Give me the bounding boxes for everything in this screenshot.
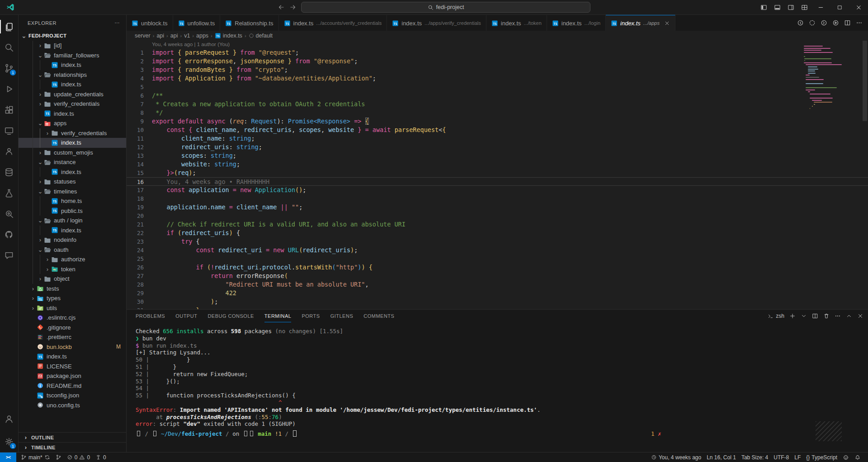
go-forward-arrow-icon[interactable] bbox=[289, 4, 297, 11]
code-line-10[interactable]: 10 const { client_name, redirect_uris, s… bbox=[127, 126, 868, 134]
codelens-blame[interactable]: You, 4 weeks ago | 1 author (You) bbox=[127, 41, 868, 48]
code-line-7[interactable]: 7 * Creates a new application to obtain … bbox=[127, 100, 868, 108]
code-line-24[interactable]: 24 const redirect_uri = new URL(redirect… bbox=[127, 246, 868, 255]
gitlens-compare-button[interactable] bbox=[809, 19, 816, 26]
tree-file-index.ts[interactable]: TSindex.ts bbox=[19, 352, 126, 362]
tab-index-ts-apps-verify_credentials[interactable]: TSindex.ts.../apps/verify_credentials bbox=[387, 15, 486, 31]
maximize-button[interactable] bbox=[830, 0, 849, 15]
new-terminal-button[interactable] bbox=[789, 313, 796, 319]
open-changes-forward-button[interactable] bbox=[821, 19, 827, 26]
notifications-bell-icon[interactable] bbox=[852, 453, 863, 462]
timeline-section[interactable]: › TIMELINE bbox=[19, 442, 126, 452]
tree-folder-object[interactable]: ›object bbox=[19, 274, 126, 284]
tree-folder-timelines[interactable]: ⌄timelines bbox=[19, 187, 126, 197]
panel-tab-problems[interactable]: PROBLEMS bbox=[136, 310, 165, 322]
activity-gitlens[interactable] bbox=[0, 203, 18, 224]
blame-status-item[interactable]: You, 4 weeks ago bbox=[648, 453, 704, 462]
go-back-arrow-icon[interactable] bbox=[278, 4, 285, 11]
code-line-3[interactable]: 3import { randomBytes } from "crypto"; bbox=[127, 66, 868, 74]
tree-folder-token[interactable]: ›token bbox=[19, 264, 126, 274]
tree-file-index.ts[interactable]: TSindex.ts bbox=[19, 226, 126, 236]
tree-folder-apps[interactable]: ⌄apps bbox=[19, 118, 126, 128]
activity-database[interactable] bbox=[0, 162, 18, 183]
tree-folder-relationships[interactable]: ⌄relationships bbox=[19, 70, 126, 80]
ports-item[interactable]: 0 bbox=[93, 453, 109, 462]
terminal[interactable]: Checked 656 installs across 598 packages… bbox=[127, 322, 868, 452]
code-line-26[interactable]: 26 if (!redirect_uri.protocol.startsWith… bbox=[127, 263, 868, 272]
toggle-panel-icon[interactable] bbox=[770, 0, 784, 15]
code-line-15[interactable]: 15 }>(req); bbox=[127, 169, 868, 177]
code-line-19[interactable]: 19 application.name = client_name || ""; bbox=[127, 203, 868, 212]
code-line-1[interactable]: 1import { parseRequest } from "@request"… bbox=[127, 48, 868, 57]
kill-terminal-button[interactable] bbox=[823, 313, 830, 319]
code-line-14[interactable]: 14 website: string; bbox=[127, 160, 868, 169]
code-line-28[interactable]: 28 "Redirect URI must be an absolute URI… bbox=[127, 280, 868, 289]
close-panel-button[interactable] bbox=[857, 313, 863, 319]
activity-testing[interactable] bbox=[0, 183, 18, 203]
tree-file-package.json[interactable]: package.json bbox=[19, 371, 126, 381]
breadcrumb-item[interactable]: server bbox=[135, 33, 151, 39]
launch-profile-button[interactable] bbox=[801, 313, 807, 319]
more-actions-button[interactable] bbox=[835, 313, 841, 319]
breadcrumb[interactable]: server›api›api›v1›apps›TSindex.ts›defaul… bbox=[127, 31, 868, 41]
minimize-button[interactable] bbox=[811, 0, 830, 15]
breadcrumb-item[interactable]: apps bbox=[196, 33, 208, 39]
tree-file-tsconfig.json[interactable]: TStsconfig.json bbox=[19, 391, 126, 401]
tree-file-index.ts[interactable]: TSindex.ts bbox=[19, 109, 126, 119]
code-line-16[interactable]: 16 You, 4 weeks ago • RAHHHHHHH bbox=[127, 177, 868, 186]
tree-file-index.ts[interactable]: TSindex.ts bbox=[19, 80, 126, 90]
code-line-23[interactable]: 23 try { bbox=[127, 237, 868, 246]
tree-folder-statuses[interactable]: ›statuses bbox=[19, 177, 126, 187]
code-line-2[interactable]: 2import { errorResponse, jsonResponse } … bbox=[127, 57, 868, 66]
language-item[interactable]: {} TypeScript bbox=[803, 453, 840, 462]
problems-item[interactable]: 0 0 bbox=[64, 453, 93, 462]
customize-layout-icon[interactable] bbox=[797, 0, 811, 15]
activity-remote-explorer[interactable] bbox=[0, 120, 18, 141]
maximize-panel-button[interactable] bbox=[846, 313, 852, 319]
tree-folder-custom-emojis[interactable]: ›custom_emojis bbox=[19, 148, 126, 158]
code-line-18[interactable]: 18 bbox=[127, 194, 868, 203]
tree-file-index.ts[interactable]: TSindex.ts bbox=[19, 167, 126, 177]
sidebar-more-icon[interactable]: ⋯ bbox=[115, 20, 120, 26]
tree-file-.prettierrc[interactable]: .prettierrc bbox=[19, 332, 126, 342]
activity-source-control[interactable]: 1 bbox=[0, 58, 18, 79]
code-line-31[interactable]: 31 } bbox=[127, 306, 868, 309]
editor-scrollbar[interactable] bbox=[863, 41, 867, 121]
tree-folder-instance[interactable]: ⌄instance bbox=[19, 157, 126, 167]
tree-file-readme.md[interactable]: README.md bbox=[19, 381, 126, 391]
project-root-row[interactable]: ⌄ FEDI-PROJECT bbox=[19, 31, 126, 41]
code-line-27[interactable]: 27 return errorResponse( bbox=[127, 272, 868, 280]
tree-file-license[interactable]: LICENSE bbox=[19, 362, 126, 372]
tree-folder-verify-credentials[interactable]: ›verify_credentials bbox=[19, 128, 126, 138]
code-line-9[interactable]: 9export default async (req: Request): Pr… bbox=[127, 117, 868, 126]
tree-file-public.ts[interactable]: TSpublic.ts bbox=[19, 206, 126, 216]
code-line-6[interactable]: 6/** bbox=[127, 91, 868, 100]
code-line-20[interactable]: 20 bbox=[127, 212, 868, 220]
tree-folder-nodeinfo[interactable]: ›nodeinfo bbox=[19, 235, 126, 245]
panel-tab-comments[interactable]: COMMENTS bbox=[363, 310, 394, 322]
code-line-21[interactable]: 21 // Check if redirect URI is a valid U… bbox=[127, 220, 868, 229]
activity-run-debug[interactable] bbox=[0, 79, 18, 99]
activity-extensions[interactable] bbox=[0, 99, 18, 120]
terminal-prompt-line[interactable]: / ~/Dev/fedi-project / on main !1 /1 ✗ bbox=[136, 430, 868, 438]
tree-file-uno.config.ts[interactable]: uno.config.ts bbox=[19, 401, 126, 410]
panel-tab-debug-console[interactable]: DEBUG CONSOLE bbox=[208, 310, 254, 322]
split-editor-button[interactable] bbox=[844, 19, 851, 26]
tree-folder-utils[interactable]: ›utils bbox=[19, 303, 126, 313]
split-terminal-button[interactable] bbox=[812, 313, 818, 319]
tree-file-index.ts[interactable]: TSindex.ts bbox=[19, 60, 126, 70]
tree-folder-tests[interactable]: ›tests bbox=[19, 284, 126, 294]
activity-settings[interactable]: 1 bbox=[0, 431, 18, 452]
breadcrumb-item[interactable]: v1 bbox=[184, 33, 190, 39]
more-actions-button[interactable] bbox=[856, 19, 863, 26]
tab-unblock-ts[interactable]: TSunblock.ts bbox=[127, 15, 173, 31]
code-line-11[interactable]: 11 client_name: string; bbox=[127, 134, 868, 143]
tree-folder-auth-login[interactable]: ⌄auth / login bbox=[19, 216, 126, 226]
tab-index-ts-accounts-verify_credentials[interactable]: TSindex.ts.../accounts/verify_credential… bbox=[279, 15, 387, 31]
terminal-profile-select[interactable]: zsh bbox=[768, 313, 784, 319]
tree-folder-familiar-followers[interactable]: ⌄familiar_followers bbox=[19, 51, 126, 61]
tab-index-ts-login[interactable]: TSindex.ts.../login bbox=[547, 15, 606, 31]
code-line-4[interactable]: 4import { Application } from "~database/… bbox=[127, 74, 868, 83]
tree-folder--id-[interactable]: ›[id] bbox=[19, 41, 126, 51]
panel-tab-gitlens[interactable]: GITLENS bbox=[330, 310, 354, 322]
